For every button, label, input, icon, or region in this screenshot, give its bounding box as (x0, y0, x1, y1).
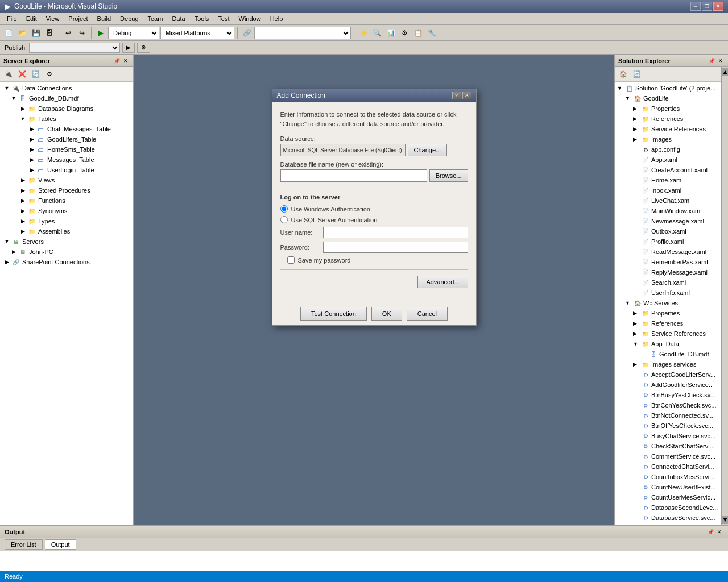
expand-assemblies[interactable]: ▶ (18, 227, 27, 236)
ok-button[interactable]: OK (371, 307, 402, 321)
sol-gl-profile[interactable]: 📄 Profile.xaml (615, 236, 728, 247)
tree-data-connections[interactable]: ▼ 🔌 Data Connections (0, 83, 133, 93)
sol-gl-images[interactable]: ▶ 📁 Images (615, 134, 728, 144)
sol-expand-wcf-srefs[interactable]: ▶ (633, 331, 641, 336)
expand-chat-messages[interactable]: ▶ (27, 124, 36, 134)
expand-types[interactable]: ▶ (18, 217, 27, 226)
expand-homesms[interactable]: ▶ (27, 145, 36, 154)
tree-homesms[interactable]: ▶ 🗃 HomeSms_Table (0, 144, 133, 155)
tree-db-diagrams[interactable]: ▶ 📁 Database Diagrams (0, 103, 133, 114)
tree-messages[interactable]: ▶ 🗃 Messages_Table (0, 155, 133, 165)
menu-test[interactable]: Test (213, 14, 234, 23)
sol-wcf-acceptgoodlifer[interactable]: ⚙ AcceptGoodLiferServ... (615, 369, 728, 380)
start-btn[interactable]: ▶ (94, 27, 107, 39)
extra-btn-1[interactable]: ⚡ (357, 27, 370, 39)
sol-toolbar-btn2[interactable]: 🔄 (631, 68, 643, 81)
menu-data[interactable]: Data (167, 14, 189, 23)
windows-auth-radio[interactable] (280, 205, 288, 213)
tree-assemblies[interactable]: ▶ 📁 Assemblies (0, 226, 133, 236)
tree-john-pc[interactable]: ▶ 🖥 John-PC (0, 247, 133, 257)
minimize-button[interactable]: ─ (690, 2, 701, 11)
tree-servers[interactable]: ▼ 🖥 Servers (0, 236, 133, 247)
extra-btn-3[interactable]: 📊 (384, 27, 397, 39)
redo-btn[interactable]: ↪ (76, 27, 88, 39)
menu-build[interactable]: Build (93, 14, 115, 23)
sol-gl-rememberpas[interactable]: 📄 RememberPas.xaml (615, 257, 728, 267)
sql-auth-radio[interactable] (280, 216, 288, 223)
tree-types[interactable]: ▶ 📁 Types (0, 216, 133, 226)
save-btn[interactable]: 💾 (30, 27, 42, 39)
menu-project[interactable]: Project (64, 14, 92, 23)
sol-gl-livechat[interactable]: 📄 LiveChat.xaml (615, 196, 728, 206)
expand-data-connections[interactable]: ▼ (2, 84, 11, 93)
server-explorer-close-btn[interactable]: ✕ (122, 57, 130, 65)
extra-btn-6[interactable]: 🔧 (425, 27, 438, 39)
sol-scroll-down[interactable]: ▼ (722, 516, 728, 524)
tree-tables[interactable]: ▼ 📁 Tables (0, 114, 133, 124)
sol-wcf-busychat[interactable]: ⚙ BusyChatService.svc... (615, 431, 728, 441)
tree-goodlifers[interactable]: ▶ 🗃 GoodLifers_Table (0, 134, 133, 144)
se-refresh-btn[interactable]: 🔄 (30, 68, 42, 81)
save-password-checkbox[interactable] (287, 256, 295, 264)
expand-servers[interactable]: ▼ (2, 237, 11, 246)
sol-wcf-btnbusy[interactable]: ⚙ BtnBusyYesCheck.sv... (615, 390, 728, 400)
sol-solution[interactable]: ▼ 📋 Solution 'GoodLife' (2 proje... (615, 83, 728, 93)
sol-expand-gl-refs[interactable]: ▶ (633, 116, 641, 122)
output-tab[interactable]: Output (45, 539, 76, 550)
sol-wcf-btnoff[interactable]: ⚙ BtnOffYesCheck.svc... (615, 421, 728, 431)
bottom-pin-btn[interactable]: 📌 (706, 528, 714, 536)
sol-wcf-checkstart[interactable]: ⚙ CheckStartChatServi... (615, 441, 728, 451)
sol-gl-createaccount[interactable]: 📄 CreateAccount.xaml (615, 165, 728, 175)
expand-functions[interactable]: ▶ (18, 196, 27, 205)
sol-gl-userinfo[interactable]: 📄 UserInfo.xaml (615, 288, 728, 298)
sol-expand-solution[interactable]: ▼ (617, 85, 625, 91)
advanced-button[interactable]: Advanced... (417, 276, 468, 288)
tree-synonyms[interactable]: ▶ 📁 Synonyms (0, 206, 133, 216)
sol-expand-wcf[interactable]: ▼ (625, 300, 633, 306)
sol-gl-newmessage[interactable]: 📄 Newmessage.xaml (615, 216, 728, 226)
expand-tables[interactable]: ▼ (18, 114, 27, 123)
sol-wcf-countnewuser[interactable]: ⚙ CountNewUserIfExist... (615, 482, 728, 492)
expand-goodlifers[interactable]: ▶ (27, 135, 36, 144)
dialog-help-btn[interactable]: ? (452, 92, 461, 99)
cancel-button[interactable]: Cancel (407, 307, 448, 321)
open-btn[interactable]: 📂 (16, 27, 28, 39)
extra-btn-4[interactable]: ⚙ (398, 27, 411, 39)
sol-expand-wcf-appdata[interactable]: ▼ (633, 341, 641, 347)
sol-wcf-goodlifedb[interactable]: 🗄 GoodLife_DB.mdf (615, 349, 728, 359)
browse-button[interactable]: Browse... (429, 169, 468, 182)
expand-db-diagrams[interactable]: ▶ (18, 104, 27, 113)
debug-config-dropdown[interactable]: Debug (108, 27, 159, 39)
tree-chat-messages[interactable]: ▶ 🗃 Chat_Messages_Table (0, 124, 133, 134)
sol-wcf-connectedchat[interactable]: ⚙ ConnectedChatServi... (615, 462, 728, 472)
sol-scrollbar[interactable]: ▲ ▼ (721, 67, 728, 525)
sol-pin-btn[interactable]: 📌 (708, 57, 715, 65)
sol-expand-gl-srefs[interactable]: ▶ (633, 126, 641, 132)
tree-stored-procs[interactable]: ▶ 📁 Stored Procedures (0, 185, 133, 196)
expand-userlogin[interactable]: ▶ (27, 165, 36, 174)
password-input[interactable] (323, 242, 468, 253)
sol-gl-home[interactable]: 📄 Home.xaml (615, 175, 728, 185)
publish-go-btn[interactable]: ▶ (122, 43, 135, 53)
sol-wcf-appdata[interactable]: ▼ 📁 App_Data (615, 339, 728, 349)
sol-gl-references[interactable]: ▶ 📁 References (615, 114, 728, 124)
sol-wcf-deletemes[interactable]: ⚙ DeleteMesService.svc... (615, 523, 728, 525)
sol-wcf-service-refs[interactable]: ▶ 📁 Service References (615, 329, 728, 339)
expand-views[interactable]: ▶ (18, 176, 27, 185)
sol-wcf-btncon[interactable]: ⚙ BtnConYesCheck.svc... (615, 400, 728, 410)
sol-wcf-references[interactable]: ▶ 📁 References (615, 318, 728, 329)
sol-wcf-countusers[interactable]: ⚙ CountUserMesServic... (615, 492, 728, 502)
expand-sharepoint[interactable]: ▶ (2, 257, 11, 267)
sol-gl-replymessage[interactable]: 📄 ReplyMessage.xaml (615, 267, 728, 277)
sol-gl-appconfig[interactable]: ⚙ app.config (615, 144, 728, 155)
menu-debug[interactable]: Debug (115, 14, 143, 23)
menu-team[interactable]: Team (143, 14, 168, 23)
dialog-close-btn[interactable]: ✕ (462, 92, 471, 99)
sol-wcf-btnnotcon[interactable]: ⚙ BtnNotConnected.sv... (615, 410, 728, 421)
sol-toolbar-btn1[interactable]: 🏠 (617, 68, 630, 81)
expand-goodlife-db[interactable]: ▼ (9, 94, 18, 103)
sol-close-btn[interactable]: ✕ (717, 57, 725, 65)
server-explorer-pin-btn[interactable]: 📌 (113, 57, 121, 65)
tree-sharepoint[interactable]: ▶ 🔗 SharePoint Connections (0, 257, 133, 267)
sol-wcf-addgoodlifer[interactable]: ⚙ AddGoodliferService... (615, 380, 728, 390)
